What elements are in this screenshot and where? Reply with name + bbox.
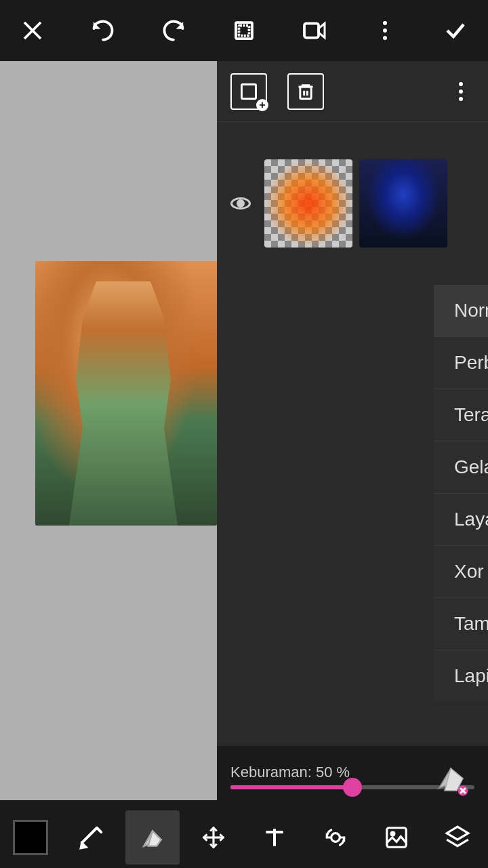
right-panel: + [217,61,488,800]
car-image [359,159,447,248]
visibility-toggle[interactable] [224,191,258,216]
blend-mode-perbanyak[interactable]: Perbanyak [434,337,488,389]
blend-mode-layar[interactable]: Layar [434,494,488,546]
blend-mode-normal[interactable]: Normal [434,285,488,337]
blend-mode-gelapkan[interactable]: Gelapkan [434,441,488,494]
close-button[interactable] [16,14,49,47]
svg-point-19 [391,832,394,835]
layers-container [217,122,488,285]
layer-toolbar: + [217,61,488,122]
opacity-slider-fill [230,785,352,789]
brush-tool[interactable] [64,810,119,865]
transform-tool[interactable] [308,810,363,865]
svg-rect-7 [300,87,311,99]
layer-thumb-1[interactable] [264,159,352,248]
color-swatch-tool[interactable] [3,810,58,865]
move-tool[interactable] [186,810,241,865]
confirm-button[interactable] [439,14,472,47]
more-options-button[interactable] [369,14,401,47]
erase-tool-area[interactable] [427,753,474,800]
svg-rect-3 [239,26,249,36]
bottom-toolbar [0,807,488,868]
svg-point-11 [238,201,244,207]
blend-mode-terangkan[interactable]: Terangkan [434,389,488,441]
canvas-area [0,61,217,800]
blend-mode-lapisan[interactable]: Lapisan [434,650,488,702]
text-tool[interactable] [247,810,302,865]
layer-thumb-2[interactable] [359,159,447,248]
video-button[interactable] [298,14,331,47]
delete-layer-button[interactable] [287,73,324,110]
opacity-slider-thumb[interactable] [343,778,362,797]
undo-button[interactable] [87,14,119,47]
add-layer-button[interactable]: + [230,73,267,110]
blend-mode-dropdown: Normal Perbanyak Terangkan Gelapkan Laya… [434,285,488,702]
layers-tool[interactable] [430,810,485,865]
color-swatch[interactable] [13,820,48,855]
svg-rect-18 [387,828,407,848]
svg-marker-20 [447,827,468,840]
svg-rect-4 [304,24,319,38]
eraser-tool[interactable] [125,810,180,865]
add-image-tool[interactable] [369,810,424,865]
svg-point-17 [331,833,340,842]
photo-canvas [35,261,217,526]
layer-more-options-button[interactable] [447,73,474,110]
redo-button[interactable] [157,14,190,47]
top-toolbar [0,0,488,61]
crop-button[interactable] [228,14,260,47]
blend-mode-xor[interactable]: Xor [434,546,488,598]
svg-rect-6 [242,84,256,98]
blend-mode-tambahkan[interactable]: Tambahkan [434,598,488,650]
